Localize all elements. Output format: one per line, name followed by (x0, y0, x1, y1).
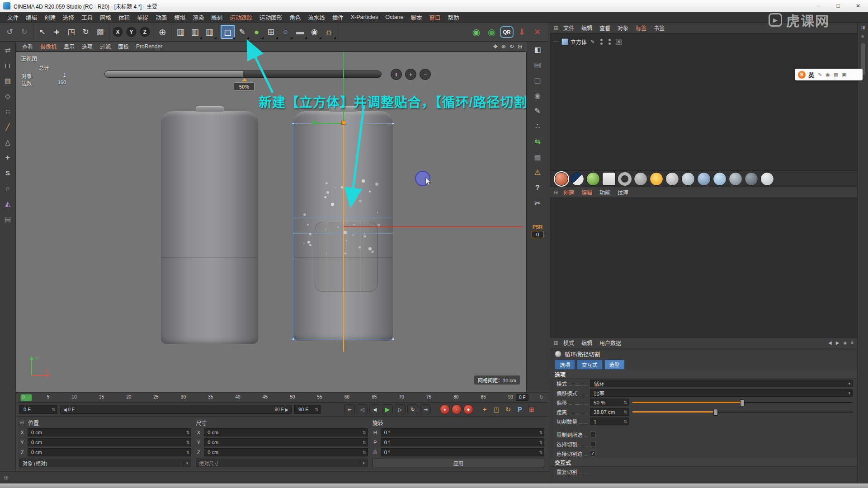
coordinate-input[interactable]: 0 cm⇅ (204, 438, 368, 446)
timeline-range-slider[interactable]: ◀ 0 F 90 F ▶ (60, 405, 292, 414)
panel-grid-icon[interactable]: ⊞ (554, 25, 558, 31)
axis-origin-handle[interactable] (341, 121, 345, 125)
prev-frame-button[interactable]: ◀ (369, 404, 380, 414)
attr-menu-item[interactable]: 用户数据 (596, 339, 625, 347)
move-icon[interactable]: + (50, 25, 64, 39)
viewport-menu-item[interactable]: 面板 (114, 42, 132, 50)
material-swatch-dark[interactable] (745, 172, 758, 186)
material-swatch-split[interactable] (571, 172, 584, 186)
redo-icon[interactable]: ↻ (17, 25, 31, 39)
material-swatch-red[interactable] (555, 172, 568, 186)
menu-item[interactable]: 流水线 (304, 13, 329, 22)
prorender-icon[interactable]: ◉ (469, 25, 483, 39)
coordinate-input[interactable]: 0 °⇅ (381, 448, 544, 456)
coordinate-input[interactable]: 0 cm⇅ (204, 428, 368, 436)
value-spinner-icon[interactable]: ⇅ (186, 430, 190, 435)
material-swatch-green[interactable] (586, 172, 600, 186)
om-menu-item[interactable]: 标签 (632, 24, 650, 32)
mode-dropdown[interactable]: 循环▾ (590, 380, 853, 387)
attr-tab[interactable]: 交互式 (577, 360, 603, 370)
go-start-button[interactable]: ⇤ (344, 404, 355, 414)
content-browser-icon[interactable]: ▤ (531, 59, 544, 71)
voice-icon[interactable]: ◉ (826, 72, 830, 78)
distance-slider[interactable] (632, 408, 853, 416)
limit-checkbox[interactable] (590, 432, 596, 437)
spline-icon[interactable]: ○◢ (278, 25, 292, 39)
wireframe-handle[interactable] (392, 338, 394, 340)
material-swatch-pearl[interactable] (760, 172, 774, 186)
offset-value-field[interactable]: 50 %⇅ (590, 399, 629, 406)
panel-grid-icon[interactable]: ⊞ (554, 340, 558, 346)
axis-warning-icon[interactable]: ⚠ (531, 166, 544, 178)
menu-item[interactable]: 创建 (41, 13, 59, 22)
object-name[interactable]: 立方体 (571, 38, 587, 46)
handwriting-icon[interactable]: ✎ (818, 72, 822, 78)
render-settings-icon[interactable]: ▥◢ (203, 25, 217, 39)
menu-item[interactable]: 插件 (329, 13, 347, 22)
model-left[interactable] (161, 111, 258, 344)
next-frame-button[interactable]: ▷ (395, 404, 406, 414)
video-progress-strip[interactable] (0, 483, 868, 488)
end-frame-field[interactable]: 90 F ⇅ (294, 405, 321, 414)
record-scale-icon[interactable]: ◳ (491, 404, 501, 414)
floor-icon[interactable]: ▬◢ (293, 25, 307, 39)
go-end-button[interactable]: ⇥ (420, 404, 431, 414)
x-axis-lock-button[interactable]: X (112, 26, 123, 38)
coordinate-input[interactable]: 0 °⇅ (381, 438, 544, 446)
material-menu-item[interactable]: 创建 (560, 188, 578, 196)
menu-item[interactable]: 动画 (152, 13, 170, 22)
cutter-icon[interactable]: ✂ (531, 197, 544, 209)
keyframe-palette-icon[interactable]: ⊞ (527, 404, 537, 414)
editor-visibility-dots[interactable] (600, 39, 603, 45)
hud-remove-button[interactable]: − (420, 69, 431, 80)
attr-tab[interactable]: 造型 (604, 360, 625, 370)
menu-item[interactable]: 模拟 (170, 13, 189, 22)
timeline-ruler[interactable]: 051015202530354045505560657075808590 0 F… (16, 392, 548, 403)
sogou-logo-icon[interactable]: S (798, 71, 806, 79)
teamrender-icon[interactable]: ✕ (530, 25, 544, 39)
attr-menu-item[interactable]: 编辑 (578, 339, 596, 347)
polygons-mode-icon[interactable]: △ (2, 136, 14, 148)
coordinate-input[interactable]: 0 cm⇅ (28, 428, 191, 436)
download-icon[interactable]: ⇓ (515, 25, 529, 39)
object-enable-tag[interactable]: ✕ (616, 39, 622, 45)
record-pla-button[interactable]: P (515, 404, 525, 414)
value-spinner-icon[interactable]: ⇅ (623, 410, 627, 414)
value-spinner-icon[interactable]: ⇅ (363, 430, 366, 435)
wireframe-handle[interactable] (292, 122, 294, 125)
record-keyframe-button[interactable]: ● (440, 404, 450, 414)
material-menu-item[interactable]: 纹理 (614, 188, 632, 196)
menu-item[interactable]: 工具 (78, 13, 96, 22)
dock-menu-icon[interactable]: ≡ (858, 32, 868, 41)
material-swatch-blue[interactable] (697, 172, 711, 186)
texture-mode-icon[interactable]: ▦ (2, 75, 14, 86)
dock-tab-icon[interactable]: ◨ (858, 23, 868, 32)
objects-pane-icon[interactable]: ▢ (531, 74, 544, 86)
rotate-icon[interactable]: ↻ (79, 25, 93, 39)
menu-item[interactable]: 帮助 (444, 13, 463, 22)
zoom-view-icon[interactable]: ⊕ (501, 43, 506, 50)
options-group-header[interactable]: 选项 (550, 370, 857, 379)
om-menu-item[interactable]: 文件 (560, 24, 578, 32)
subdivision-surface-icon[interactable]: ●◢ (250, 25, 264, 39)
viewport-filter-icon[interactable]: ◧ (531, 43, 544, 56)
material-swatch-ring[interactable] (618, 172, 632, 186)
menu-item[interactable]: 捕捉 (133, 13, 152, 22)
pen-tool-icon[interactable]: ✎ (531, 105, 544, 117)
viewport-menu-item[interactable]: 摄像机 (37, 42, 60, 50)
material-swatch-white[interactable] (602, 172, 616, 186)
points-mode-icon[interactable]: ∷ (2, 106, 14, 117)
attr-tab[interactable]: 选项 (555, 360, 575, 370)
value-spinner-icon[interactable]: ⇅ (539, 430, 542, 435)
cube-primitive-button[interactable]: ◻◢ (221, 25, 235, 39)
connect-cuts-checkbox[interactable]: ✓ (590, 450, 596, 456)
array-icon[interactable]: ⊞◢ (264, 25, 278, 39)
value-spinner-icon[interactable]: ⇅ (539, 440, 542, 445)
menu-item[interactable]: 雕刻 (208, 13, 226, 22)
play-button[interactable]: ▶ (382, 404, 393, 414)
value-spinner-icon[interactable]: ⇅ (363, 440, 366, 445)
viewport-solo-icon[interactable]: S (2, 167, 14, 178)
prorender-settings-icon[interactable]: ◉ (485, 25, 499, 39)
scale-icon[interactable]: ◳ (64, 25, 78, 39)
ruler-options-icon[interactable]: ↻ (539, 394, 543, 400)
